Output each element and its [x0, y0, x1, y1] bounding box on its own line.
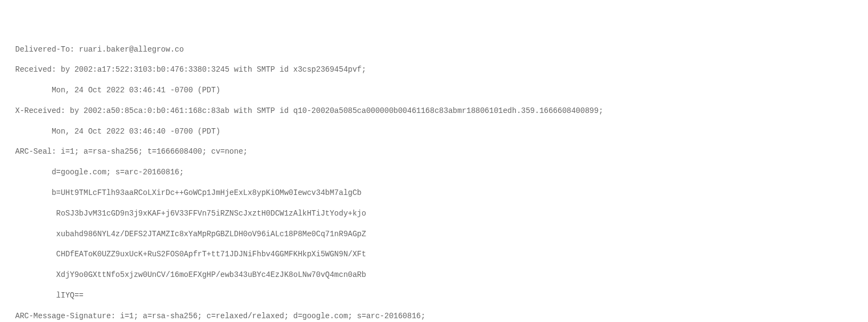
header-line-arc-seal: ARC-Seal: i=1; a=rsa-sha256; t=166660840…	[15, 147, 857, 157]
header-line-arc-seal-b2: RoSJ3bJvM31cGD9n3j9xKAF+j6V33FFVn75iRZNS…	[15, 209, 857, 219]
header-line-received: Received: by 2002:a17:522:3103:b0:476:33…	[15, 65, 857, 75]
header-line-received-date: Mon, 24 Oct 2022 03:46:41 -0700 (PDT)	[15, 85, 857, 96]
header-line-arc-seal-b3: xubahd986NYL4z/DEFS2JTAMZIc8xYaMpRpGBZLD…	[15, 229, 857, 239]
header-line-arc-seal-d: d=google.com; s=arc-20160816;	[15, 167, 857, 178]
header-line-arc-seal-b1: b=UHt9TMLcFTlh93aaRCoLXirDc++GoWCp1JmHje…	[15, 188, 857, 198]
header-line-arc-seal-b4: CHDfEAToK0UZZ9uxUcK+RuS2FOS0ApfrT+tt71JD…	[15, 249, 857, 260]
header-line-x-received: X-Received: by 2002:a50:85ca:0:b0:461:16…	[15, 106, 857, 116]
header-line-arc-seal-b6: lIYQ==	[15, 291, 857, 301]
header-line-delivered-to: Delivered-To: ruari.baker@allegrow.co	[15, 45, 857, 55]
header-line-x-received-date: Mon, 24 Oct 2022 03:46:40 -0700 (PDT)	[15, 127, 857, 137]
header-line-arc-message-signature: ARC-Message-Signature: i=1; a=rsa-sha256…	[15, 311, 857, 321]
header-line-arc-seal-b5: XdjY9o0GXttNfo5xjzw0UnCV/16moEFXgHP/ewb3…	[15, 270, 857, 280]
